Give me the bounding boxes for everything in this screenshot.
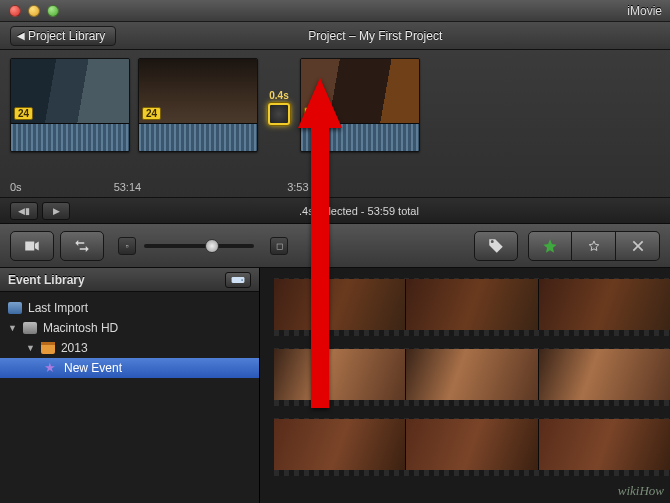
tree-last-import[interactable]: Last Import bbox=[0, 298, 259, 318]
play-button[interactable]: ▶ bbox=[42, 202, 70, 220]
drive-view-button[interactable] bbox=[225, 272, 251, 288]
event-library-header: Event Library bbox=[0, 268, 259, 292]
disclosure-open-icon[interactable]: ▼ bbox=[8, 323, 17, 333]
tree-label: Last Import bbox=[28, 301, 88, 315]
project-library-button[interactable]: ◀ Project Library bbox=[10, 26, 116, 46]
filmstrip-row[interactable] bbox=[274, 418, 670, 476]
camera-icon bbox=[23, 237, 41, 255]
star-filled-icon bbox=[542, 238, 558, 254]
filmstrip-frame[interactable] bbox=[406, 279, 538, 335]
harddrive-icon bbox=[23, 322, 37, 334]
gap-duration-label: 0.4s bbox=[269, 90, 288, 101]
main-toolbar: ▫ ◻ bbox=[0, 224, 670, 268]
event-tree: Last Import ▼ Macintosh HD ▼ 2013 ★ New … bbox=[0, 292, 259, 384]
watermark: wikiHow bbox=[618, 483, 664, 499]
filmstrip-frame[interactable] bbox=[406, 349, 538, 405]
project-header-bar: ◀ Project Library Project – My First Pro… bbox=[0, 22, 670, 50]
frame-back-button[interactable]: ◀▮ bbox=[10, 202, 38, 220]
clip-thumbnail: 24 bbox=[139, 59, 257, 123]
swap-layout-button[interactable] bbox=[60, 231, 104, 261]
clip-badge: 24 bbox=[304, 107, 323, 120]
thumbnail-size-large-button[interactable]: ◻ bbox=[270, 237, 288, 255]
import-camera-button[interactable] bbox=[10, 231, 54, 261]
window-titlebar: iMovie bbox=[0, 0, 670, 22]
zoom-window-button[interactable] bbox=[47, 5, 59, 17]
project-timeline[interactable]: 24 24 0.4s 24 0s 53:14 3:53 bbox=[0, 50, 670, 198]
clip-thumbnail: 24 bbox=[301, 59, 419, 123]
swap-icon bbox=[73, 237, 91, 255]
star-outline-icon bbox=[586, 238, 602, 254]
window-traffic-lights bbox=[0, 5, 59, 17]
tag-icon bbox=[487, 237, 505, 255]
clip-thumbnail: 24 bbox=[11, 59, 129, 123]
favorite-filter-button[interactable] bbox=[528, 231, 572, 261]
x-icon bbox=[630, 238, 646, 254]
camera-small-icon bbox=[8, 302, 22, 314]
filmstrip-frame[interactable] bbox=[539, 349, 670, 405]
transition-icon[interactable] bbox=[268, 103, 290, 125]
drive-icon bbox=[231, 275, 245, 285]
filmstrip-row[interactable] bbox=[274, 278, 670, 336]
calendar-icon bbox=[41, 342, 55, 354]
event-star-icon: ★ bbox=[44, 362, 58, 374]
filmstrip-frame[interactable] bbox=[274, 419, 406, 475]
thumbnail-size-small-button[interactable]: ▫ bbox=[118, 237, 136, 255]
event-library-panel: Event Library Last Import ▼ Macintosh HD… bbox=[0, 268, 260, 503]
unmarked-filter-button[interactable] bbox=[572, 231, 616, 261]
transition-gap[interactable]: 0.4s bbox=[266, 58, 292, 150]
tree-label: New Event bbox=[64, 361, 122, 375]
tree-label: 2013 bbox=[61, 341, 88, 355]
filmstrip-row[interactable] bbox=[274, 348, 670, 406]
clip-badge: 24 bbox=[142, 107, 161, 120]
tree-event-selected[interactable]: ★ New Event bbox=[0, 358, 259, 378]
project-title: Project – My First Project bbox=[308, 29, 442, 43]
event-browser[interactable] bbox=[260, 268, 670, 503]
selection-info: .4s selected - 53:59 total bbox=[299, 205, 419, 217]
tree-year[interactable]: ▼ 2013 bbox=[0, 338, 259, 358]
playback-bar: ◀▮ ▶ .4s selected - 53:59 total bbox=[0, 198, 670, 224]
timecode: 3:53 bbox=[287, 181, 308, 193]
filmstrip-frame[interactable] bbox=[539, 419, 670, 475]
timeline-clip[interactable]: 24 bbox=[10, 58, 130, 152]
keyword-tool-button[interactable] bbox=[474, 231, 518, 261]
close-window-button[interactable] bbox=[9, 5, 21, 17]
app-title: iMovie bbox=[627, 4, 662, 18]
clip-badge: 24 bbox=[14, 107, 33, 120]
timecode: 0s bbox=[10, 181, 22, 193]
timeline-clip[interactable]: 24 bbox=[300, 58, 420, 152]
event-library-title: Event Library bbox=[8, 273, 85, 287]
clip-waveform bbox=[301, 123, 419, 151]
disclosure-open-icon[interactable]: ▼ bbox=[26, 343, 35, 353]
clip-waveform bbox=[11, 123, 129, 151]
timeline-timecodes: 0s 53:14 3:53 bbox=[10, 181, 309, 193]
filmstrip-frame[interactable] bbox=[274, 349, 406, 405]
rating-filter-cluster bbox=[528, 231, 660, 261]
filmstrip-frame[interactable] bbox=[539, 279, 670, 335]
filmstrip-frame[interactable] bbox=[274, 279, 406, 335]
filmstrip-frame[interactable] bbox=[406, 419, 538, 475]
thumbnail-zoom-slider[interactable] bbox=[144, 244, 254, 248]
svg-point-1 bbox=[241, 279, 243, 281]
minimize-window-button[interactable] bbox=[28, 5, 40, 17]
project-library-label: Project Library bbox=[28, 29, 105, 43]
timeline-clip[interactable]: 24 bbox=[138, 58, 258, 152]
timecode: 53:14 bbox=[114, 181, 142, 193]
tree-drive[interactable]: ▼ Macintosh HD bbox=[0, 318, 259, 338]
reject-filter-button[interactable] bbox=[616, 231, 660, 261]
clip-waveform bbox=[139, 123, 257, 151]
tree-label: Macintosh HD bbox=[43, 321, 118, 335]
chevron-left-icon: ◀ bbox=[17, 30, 25, 41]
